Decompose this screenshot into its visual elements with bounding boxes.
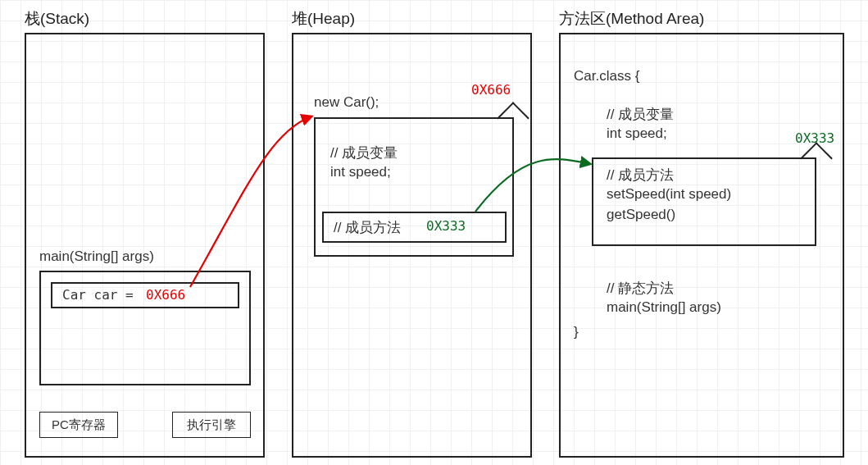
stack-main-label: main(String[] args) — [39, 248, 154, 265]
heap-newcar-text: new Car(); — [314, 94, 379, 111]
ma-method1: setSpeed(int speed) — [607, 186, 731, 203]
ma-static-method: main(String[] args) — [607, 299, 721, 316]
exec-engine-box: 执行引擎 — [172, 412, 251, 438]
ma-method-comment: // 成员方法 — [607, 166, 674, 185]
car-addr-text: 0X666 — [146, 287, 185, 303]
pc-register-text: PC寄存器 — [52, 417, 106, 433]
exec-engine-text: 执行引擎 — [187, 417, 236, 433]
heap-field-decl: int speed; — [330, 164, 391, 180]
class-close-text: } — [574, 324, 579, 340]
heap-addr-tag: 0X666 — [471, 82, 511, 98]
heap-method-comment: // 成员方法 — [334, 218, 401, 237]
methodarea-label: 方法区(Method Area) — [559, 8, 704, 30]
ma-field-comment: // 成员变量 — [607, 105, 674, 124]
car-decl-text: Car car = — [62, 287, 134, 303]
ma-static-comment: // 静态方法 — [607, 279, 674, 298]
ma-method2: getSpeed() — [607, 207, 675, 223]
pc-register-box: PC寄存器 — [39, 412, 118, 438]
stack-box — [25, 33, 265, 458]
stack-label: 栈(Stack) — [25, 8, 89, 30]
heap-field-comment: // 成员变量 — [330, 144, 398, 162]
ma-field-decl: int speed; — [607, 125, 667, 142]
heap-method-addr: 0X333 — [426, 218, 466, 234]
class-header-text: Car.class { — [574, 68, 639, 84]
heap-label: 堆(Heap) — [292, 8, 355, 30]
